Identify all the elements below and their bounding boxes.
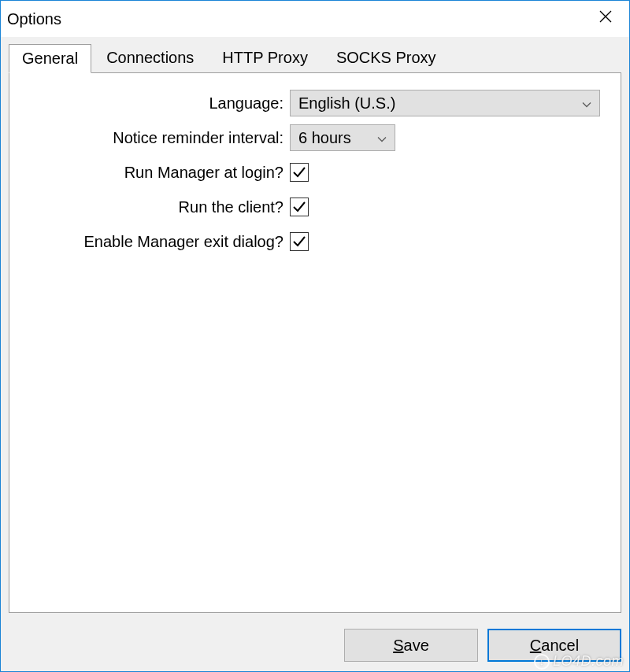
row-run-at-login: Run Manager at login?: [24, 158, 606, 186]
cancel-button[interactable]: Cancel: [487, 629, 621, 662]
tab-general[interactable]: General: [9, 44, 91, 73]
run-at-login-label: Run Manager at login?: [24, 164, 290, 182]
chevron-down-icon: [582, 94, 591, 113]
run-client-label: Run the client?: [24, 198, 290, 216]
language-dropdown[interactable]: English (U.S.): [290, 90, 600, 116]
check-icon: [292, 234, 306, 249]
cancel-button-label: Cancel: [530, 637, 579, 655]
language-label: Language:: [24, 94, 290, 113]
row-exit-dialog: Enable Manager exit dialog?: [24, 227, 606, 256]
close-icon: [599, 10, 612, 23]
run-client-checkbox[interactable]: [290, 198, 309, 216]
save-button-label: Save: [393, 637, 429, 655]
tab-connections[interactable]: Connections: [93, 43, 207, 72]
tab-panel-general: Language: English (U.S.) Notice reminder…: [9, 72, 621, 613]
options-window: Options General Connections HTTP Proxy S…: [0, 0, 630, 672]
reminder-dropdown[interactable]: 6 hours: [290, 124, 395, 151]
close-button[interactable]: [582, 1, 629, 32]
reminder-value: 6 hours: [298, 129, 351, 147]
check-icon: [292, 165, 306, 179]
exit-dialog-label: Enable Manager exit dialog?: [24, 233, 290, 251]
tab-row: General Connections HTTP Proxy SOCKS Pro…: [9, 43, 621, 72]
language-value: English (U.S.): [298, 94, 395, 113]
exit-dialog-checkbox[interactable]: [290, 232, 309, 251]
button-row: Save Cancel: [1, 621, 629, 671]
row-reminder: Notice reminder interval: 6 hours: [24, 124, 606, 152]
chevron-down-icon: [377, 129, 387, 147]
save-button[interactable]: Save: [344, 629, 478, 662]
check-icon: [292, 200, 306, 214]
row-language: Language: English (U.S.): [24, 89, 606, 117]
titlebar: Options: [1, 1, 629, 37]
run-at-login-checkbox[interactable]: [290, 163, 309, 182]
window-title: Options: [7, 10, 61, 28]
tab-socks-proxy[interactable]: SOCKS Proxy: [323, 43, 450, 72]
row-run-client: Run the client?: [24, 193, 606, 221]
content-area: General Connections HTTP Proxy SOCKS Pro…: [1, 37, 629, 621]
tab-http-proxy[interactable]: HTTP Proxy: [209, 43, 321, 72]
reminder-label: Notice reminder interval:: [24, 129, 290, 147]
